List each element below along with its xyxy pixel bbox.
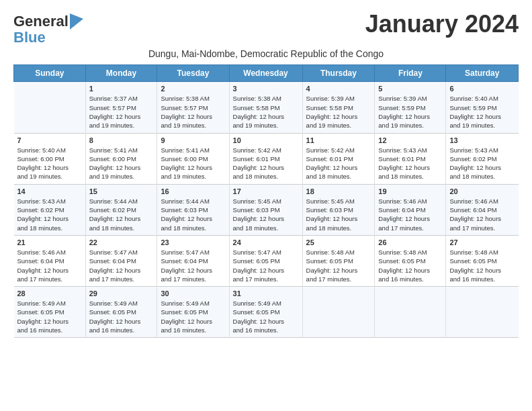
day-number: 13 [449,136,515,144]
col-tuesday: Tuesday [157,65,229,82]
day-info: Sunrise: 5:43 AM Sunset: 6:02 PM Dayligh… [449,146,515,181]
calendar-cell: 4Sunrise: 5:39 AM Sunset: 5:58 PM Daylig… [302,82,375,133]
calendar-cell: 7Sunrise: 5:40 AM Sunset: 6:00 PM Daylig… [14,133,86,184]
day-info: Sunrise: 5:48 AM Sunset: 6:05 PM Dayligh… [378,248,442,283]
calendar-cell: 11Sunrise: 5:42 AM Sunset: 6:01 PM Dayli… [302,133,375,184]
day-number: 9 [161,136,225,144]
day-number: 16 [161,187,225,195]
day-info: Sunrise: 5:43 AM Sunset: 6:01 PM Dayligh… [378,146,442,181]
day-number: 1 [89,85,154,93]
day-info: Sunrise: 5:47 AM Sunset: 6:05 PM Dayligh… [233,248,299,283]
calendar-cell: 25Sunrise: 5:48 AM Sunset: 6:05 PM Dayli… [302,235,375,286]
calendar-cell: 3Sunrise: 5:38 AM Sunset: 5:58 PM Daylig… [229,82,302,133]
calendar-cell: 6Sunrise: 5:40 AM Sunset: 5:59 PM Daylig… [446,82,519,133]
day-number: 29 [89,289,154,298]
calendar-cell: 21Sunrise: 5:46 AM Sunset: 6:04 PM Dayli… [14,235,86,286]
day-number: 10 [233,136,299,144]
day-number: 19 [378,187,442,195]
day-info: Sunrise: 5:47 AM Sunset: 6:04 PM Dayligh… [161,248,225,283]
calendar-cell: 23Sunrise: 5:47 AM Sunset: 6:04 PM Dayli… [157,235,229,286]
day-info: Sunrise: 5:48 AM Sunset: 6:05 PM Dayligh… [306,248,371,283]
page: General Blue January 2024 Dungu, Mai-Ndo… [0,0,532,345]
day-info: Sunrise: 5:41 AM Sunset: 6:00 PM Dayligh… [161,146,225,181]
calendar-week-1: 1Sunrise: 5:37 AM Sunset: 5:57 PM Daylig… [14,82,519,133]
day-number: 15 [89,187,154,195]
col-monday: Monday [85,65,157,82]
day-info: Sunrise: 5:39 AM Sunset: 5:58 PM Dayligh… [306,94,371,130]
calendar-week-5: 28Sunrise: 5:49 AM Sunset: 6:05 PM Dayli… [14,287,519,338]
col-friday: Friday [375,65,446,82]
calendar-cell: 18Sunrise: 5:45 AM Sunset: 6:03 PM Dayli… [302,184,375,235]
subtitle: Dungu, Mai-Ndombe, Democratic Republic o… [13,48,519,59]
day-info: Sunrise: 5:49 AM Sunset: 6:05 PM Dayligh… [17,299,82,334]
day-number: 28 [17,289,82,298]
calendar-cell: 5Sunrise: 5:39 AM Sunset: 5:59 PM Daylig… [375,82,446,133]
day-number: 5 [378,85,442,93]
calendar-header: Sunday Monday Tuesday Wednesday Thursday… [14,65,519,82]
day-number: 31 [233,289,299,298]
day-info: Sunrise: 5:47 AM Sunset: 6:04 PM Dayligh… [89,248,154,283]
day-info: Sunrise: 5:45 AM Sunset: 6:03 PM Dayligh… [306,197,371,232]
day-info: Sunrise: 5:46 AM Sunset: 6:04 PM Dayligh… [378,197,442,232]
day-info: Sunrise: 5:44 AM Sunset: 6:03 PM Dayligh… [161,197,225,232]
day-number: 26 [378,238,442,246]
calendar-cell: 16Sunrise: 5:44 AM Sunset: 6:03 PM Dayli… [157,184,229,235]
day-number: 14 [17,187,82,195]
day-number: 22 [89,238,154,246]
day-info: Sunrise: 5:41 AM Sunset: 6:00 PM Dayligh… [89,146,154,181]
day-number: 24 [233,238,299,246]
calendar-cell [446,287,519,338]
header: General Blue January 2024 [13,11,519,46]
calendar-cell: 12Sunrise: 5:43 AM Sunset: 6:01 PM Dayli… [375,133,446,184]
calendar-cell: 17Sunrise: 5:45 AM Sunset: 6:03 PM Dayli… [229,184,302,235]
day-number: 8 [89,136,154,144]
month-title: January 2024 [365,11,519,38]
calendar-cell: 24Sunrise: 5:47 AM Sunset: 6:05 PM Dayli… [229,235,302,286]
day-info: Sunrise: 5:40 AM Sunset: 6:00 PM Dayligh… [17,146,82,181]
calendar-cell: 31Sunrise: 5:49 AM Sunset: 6:05 PM Dayli… [229,287,302,338]
day-number: 27 [449,238,515,246]
logo-text-general: General [13,13,69,30]
col-sunday: Sunday [14,65,86,82]
col-thursday: Thursday [302,65,375,82]
day-number: 2 [161,85,225,93]
day-number: 11 [306,136,371,144]
calendar-week-2: 7Sunrise: 5:40 AM Sunset: 6:00 PM Daylig… [14,133,519,184]
day-number: 30 [161,289,225,298]
day-info: Sunrise: 5:37 AM Sunset: 5:57 PM Dayligh… [89,94,154,130]
day-info: Sunrise: 5:46 AM Sunset: 6:04 PM Dayligh… [17,248,82,283]
day-info: Sunrise: 5:42 AM Sunset: 6:01 PM Dayligh… [306,146,371,181]
day-number: 4 [306,85,371,93]
day-info: Sunrise: 5:40 AM Sunset: 5:59 PM Dayligh… [449,94,515,130]
day-number: 7 [17,136,82,144]
day-number: 23 [161,238,225,246]
calendar-cell: 26Sunrise: 5:48 AM Sunset: 6:05 PM Dayli… [375,235,446,286]
day-info: Sunrise: 5:49 AM Sunset: 6:05 PM Dayligh… [233,299,299,334]
day-number: 17 [233,187,299,195]
calendar-cell: 10Sunrise: 5:42 AM Sunset: 6:01 PM Dayli… [229,133,302,184]
col-saturday: Saturday [446,65,519,82]
calendar-table: Sunday Monday Tuesday Wednesday Thursday… [13,64,519,338]
day-info: Sunrise: 5:46 AM Sunset: 6:04 PM Dayligh… [449,197,515,232]
calendar-cell: 28Sunrise: 5:49 AM Sunset: 6:05 PM Dayli… [14,287,86,338]
calendar-cell [375,287,446,338]
calendar-week-4: 21Sunrise: 5:46 AM Sunset: 6:04 PM Dayli… [14,235,519,286]
header-row: Sunday Monday Tuesday Wednesday Thursday… [14,65,519,82]
calendar-cell: 29Sunrise: 5:49 AM Sunset: 6:05 PM Dayli… [85,287,157,338]
day-info: Sunrise: 5:49 AM Sunset: 6:05 PM Dayligh… [161,299,225,334]
calendar-cell: 1Sunrise: 5:37 AM Sunset: 5:57 PM Daylig… [85,82,157,133]
logo-text-blue: Blue [13,30,85,46]
calendar-cell: 30Sunrise: 5:49 AM Sunset: 6:05 PM Dayli… [157,287,229,338]
calendar-cell: 14Sunrise: 5:43 AM Sunset: 6:02 PM Dayli… [14,184,86,235]
day-info: Sunrise: 5:49 AM Sunset: 6:05 PM Dayligh… [89,299,154,334]
day-number: 12 [378,136,442,144]
calendar-cell [302,287,375,338]
day-number: 18 [306,187,371,195]
calendar-body: 1Sunrise: 5:37 AM Sunset: 5:57 PM Daylig… [14,82,519,338]
day-number: 6 [449,85,515,93]
calendar-cell: 20Sunrise: 5:46 AM Sunset: 6:04 PM Dayli… [446,184,519,235]
title-block: January 2024 [365,11,519,38]
day-number: 21 [17,238,82,246]
day-info: Sunrise: 5:43 AM Sunset: 6:02 PM Dayligh… [17,197,82,232]
calendar-cell [14,82,86,133]
